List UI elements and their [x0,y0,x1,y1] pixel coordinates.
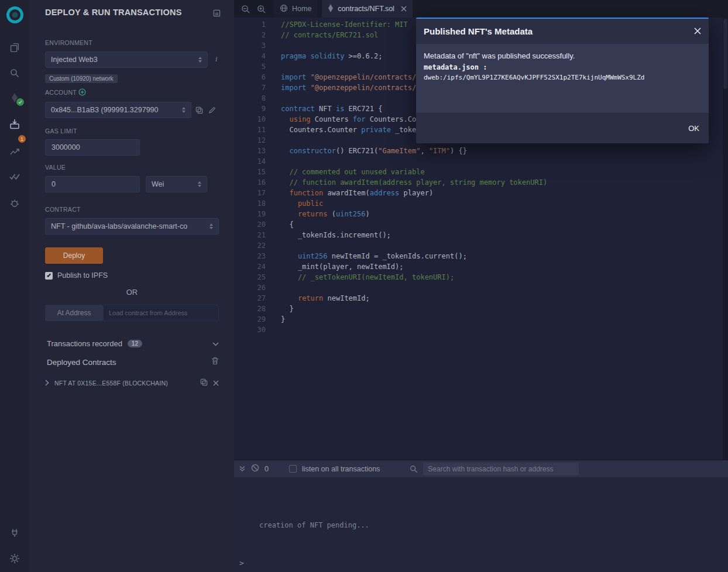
ipfs-url: dweb:/ipfs/QmYL9P1Z7KE6AQvKJPFF52SX1p2TE… [424,74,701,81]
modal-body: Metadata of "nft" was published successf… [416,44,709,113]
modal-footer: OK [416,113,709,143]
modal-header: Published NFT's Metadata [416,19,709,44]
modal-title: Published NFT's Metadata [424,26,533,36]
modal-close-icon[interactable] [694,26,701,35]
modal-message: Metadata of "nft" was published successf… [424,51,701,60]
metadata-file-label: metadata.json : [424,63,701,71]
ok-button[interactable]: OK [688,124,699,133]
publish-metadata-modal: Published NFT's Metadata Metadata of "nf… [416,18,709,143]
